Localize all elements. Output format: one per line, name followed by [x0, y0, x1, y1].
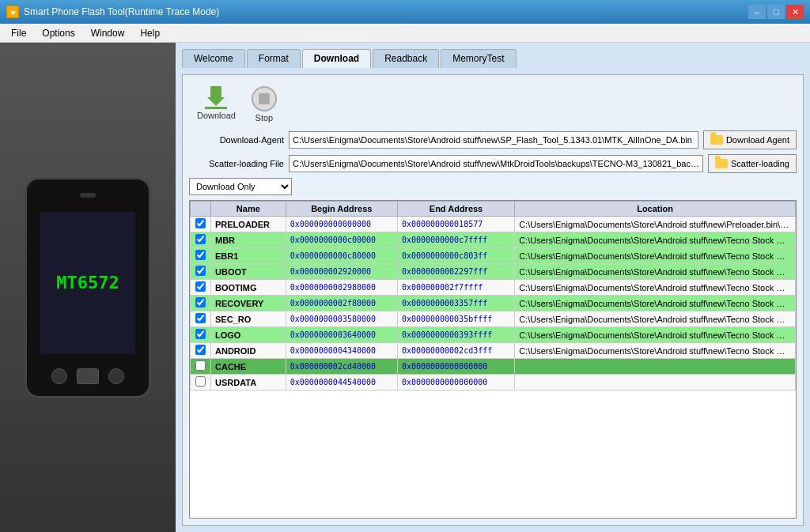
row-end: 0x000000002f7ffff: [397, 280, 514, 296]
row-end: 0x0000000000c7ffff: [397, 232, 514, 248]
phone-model-text: MT6572: [56, 273, 119, 292]
row-name: EBR1: [211, 248, 286, 264]
row-checkbox[interactable]: [195, 266, 206, 276]
content-panel: Welcome Format Download Readback MemoryT…: [176, 43, 810, 532]
phone-btn-menu: [108, 368, 124, 384]
content-box: Download Stop Download-Agent Download Ag…: [182, 74, 804, 526]
row-begin: 0x0000000002980000: [286, 280, 397, 296]
col-end: End Address: [397, 202, 514, 217]
main-layout: MT6572 Welcome Format Download Readback …: [0, 43, 810, 532]
row-end: 0x0000000000c803ff: [397, 248, 514, 264]
table-row[interactable]: SEC_RO0x00000000035800000x000000000035bf…: [191, 311, 796, 327]
maximize-button[interactable]: □: [767, 5, 785, 19]
stop-button[interactable]: Stop: [252, 86, 277, 123]
row-location: C:\Users\Enigma\Documents\Store\Android …: [515, 311, 796, 327]
row-location: C:\Users\Enigma\Documents\Store\Android …: [515, 264, 796, 280]
row-checkbox[interactable]: [195, 281, 206, 292]
scatter-label: Scatter-loading File: [189, 159, 284, 168]
phone-buttons: [51, 368, 124, 384]
stop-label: Stop: [255, 113, 274, 123]
title-bar: ★ Smart Phone Flash Tool(Runtime Trace M…: [0, 0, 810, 24]
partition-table[interactable]: Name Begin Address End Address Location …: [189, 200, 797, 519]
row-location: C:\Users\Enigma\Documents\Store\Android …: [515, 248, 796, 264]
table-row[interactable]: LOGO0x00000000036400000x0000000000393fff…: [191, 327, 796, 343]
app-icon: ★: [6, 6, 19, 18]
row-begin: 0x0000000000c00000: [286, 232, 397, 248]
row-checkbox[interactable]: [195, 218, 206, 228]
table-row[interactable]: EBR10x0000000000c800000x0000000000c803ff…: [191, 248, 796, 264]
col-location: Location: [515, 202, 796, 217]
col-name: Name: [211, 202, 286, 217]
table-row[interactable]: CACHE0x000000002cd400000x000000000000000…: [191, 359, 796, 375]
row-location: C:\Users\Enigma\Documents\Store\Android …: [515, 232, 796, 248]
folder-icon: [710, 135, 723, 145]
window-controls: – □ ✕: [748, 5, 804, 19]
table-row[interactable]: PRELOADER0x0000000000000000x000000000018…: [191, 217, 796, 232]
download-button[interactable]: Download: [197, 86, 236, 123]
tab-welcome[interactable]: Welcome: [182, 49, 245, 68]
tab-bar: Welcome Format Download Readback MemoryT…: [182, 49, 804, 68]
minimize-button[interactable]: –: [748, 5, 766, 19]
menu-window[interactable]: Window: [83, 26, 133, 40]
table-row[interactable]: ANDROID0x00000000043400000x00000000002cd…: [191, 343, 796, 359]
row-checkbox[interactable]: [195, 376, 206, 387]
row-begin: 0x0000000044540000: [286, 375, 397, 391]
row-name: SEC_RO: [211, 311, 286, 327]
row-location: [515, 359, 796, 375]
stop-icon: [252, 86, 277, 111]
row-location: C:\Users\Enigma\Documents\Store\Android …: [515, 327, 796, 343]
menu-help[interactable]: Help: [132, 26, 168, 40]
row-name: UBOOT: [211, 264, 286, 280]
table-row[interactable]: UBOOT0x0000000029200000x0000000002297fff…: [191, 264, 796, 280]
scatter-btn-label: Scatter-loading: [731, 159, 789, 168]
row-checkbox[interactable]: [195, 345, 206, 355]
row-location: C:\Users\Enigma\Documents\Store\Android …: [515, 296, 796, 311]
folder-icon-2: [715, 159, 728, 168]
row-checkbox[interactable]: [195, 250, 206, 260]
tab-download[interactable]: Download: [302, 49, 371, 68]
agent-label: Download-Agent: [189, 135, 284, 145]
phone-panel: MT6572: [0, 43, 176, 532]
row-end: 0x0000000003357fff: [397, 296, 514, 311]
row-begin: 0x0000000002f80000: [286, 296, 397, 311]
menu-options[interactable]: Options: [34, 26, 82, 40]
row-end: 0x00000000002cd3fff: [397, 343, 514, 359]
row-location: C:\Users\Enigma\Documents\Store\Android …: [515, 343, 796, 359]
row-begin: 0x0000000003580000: [286, 311, 397, 327]
row-name: BOOTIMG: [211, 280, 286, 296]
row-name: PRELOADER: [211, 217, 286, 232]
mode-dropdown[interactable]: Download Only Firmware Upgrade Format Al…: [189, 178, 292, 195]
table-row[interactable]: RECOVERY0x0000000002f800000x000000000335…: [191, 296, 796, 311]
row-end: 0x0000000002297fff: [397, 264, 514, 280]
table-row[interactable]: BOOTIMG0x00000000029800000x000000002f7ff…: [191, 280, 796, 296]
row-location: C:\Users\Enigma\Documents\Store\Android …: [515, 280, 796, 296]
row-checkbox[interactable]: [195, 313, 206, 323]
scatter-button[interactable]: Scatter-loading: [708, 154, 797, 173]
row-checkbox[interactable]: [195, 360, 206, 371]
row-end: 0x000000000035bffff: [397, 311, 514, 327]
row-begin: 0x000000000000000: [286, 217, 397, 232]
row-name: MBR: [211, 232, 286, 248]
tab-format[interactable]: Format: [247, 49, 301, 68]
table-row[interactable]: USRDATA0x00000000445400000x0000000000000…: [191, 375, 796, 391]
row-checkbox[interactable]: [195, 297, 206, 308]
close-button[interactable]: ✕: [786, 5, 804, 19]
row-end: 0x0000000000393ffff: [397, 327, 514, 343]
phone-device: MT6572: [25, 177, 151, 398]
agent-input[interactable]: [289, 131, 698, 149]
col-begin: Begin Address: [286, 202, 397, 217]
scatter-input[interactable]: [289, 155, 703, 172]
tab-readback[interactable]: Readback: [373, 49, 439, 68]
table-row[interactable]: MBR0x0000000000c000000x0000000000c7ffffC…: [191, 232, 796, 248]
menu-file[interactable]: File: [3, 26, 34, 40]
download-agent-button[interactable]: Download Agent: [703, 130, 797, 149]
row-location: [515, 375, 796, 391]
phone-btn-home: [77, 368, 99, 384]
tab-memorytest[interactable]: MemoryTest: [441, 49, 516, 68]
row-begin: 0x000000002cd40000: [286, 359, 397, 375]
row-end: 0x0000000000000000: [397, 359, 514, 375]
row-begin: 0x0000000003640000: [286, 327, 397, 343]
row-checkbox[interactable]: [195, 234, 206, 244]
dropdown-row: Download Only Firmware Upgrade Format Al…: [189, 178, 797, 195]
row-checkbox[interactable]: [195, 329, 206, 339]
